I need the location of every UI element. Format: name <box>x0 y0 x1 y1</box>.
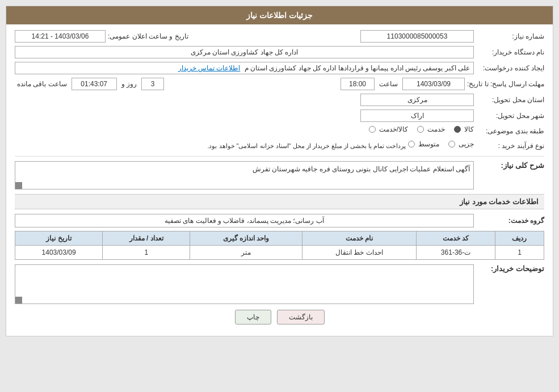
back-button[interactable]: بازگشت <box>277 310 325 324</box>
purchase-type-label: نوع فرآیند خرید : <box>476 142 544 150</box>
need-description-label: شرح کلی نیاز: <box>476 161 544 170</box>
col-date: تاریخ نیاز <box>15 231 103 246</box>
cell-service-code: ت-36-361 <box>417 246 495 260</box>
cell-unit: متر <box>190 246 302 260</box>
col-quantity: تعداد / مقدار <box>103 231 190 246</box>
table-row: 1 ت-36-361 احداث خط انتقال متر 1 1403/03… <box>15 246 544 260</box>
deadline-time: 18:00 <box>341 78 375 90</box>
creator-value: علی اکبر یوسفی رئیس اداره پیمانها و قرار… <box>15 62 474 74</box>
need-number-value: 1103000085000053 <box>360 30 474 43</box>
col-row-num: ردیف <box>495 231 544 246</box>
resize-handle[interactable] <box>15 182 22 189</box>
buyer-notes-label: توضیحات خریدار: <box>476 264 544 273</box>
need-description-box: آگهی استعلام عملیات اجرایی کانال بتونی ر… <box>15 161 474 189</box>
page-header: جزئیات اطلاعات نیاز <box>6 6 553 24</box>
contact-link[interactable]: اطلاعات تماس خریدار <box>178 64 241 72</box>
services-section-header: اطلاعات خدمات مورد نیاز <box>15 194 544 209</box>
buttons-row: بازگشت چاپ <box>15 310 544 324</box>
category-option-khedmat[interactable]: خدمت <box>417 125 445 133</box>
deadline-days-label: روز و <box>121 80 137 88</box>
purchase-type-motavasset[interactable]: متوسط <box>408 140 439 148</box>
category-options: کالا/خدمت خدمت کالا <box>369 125 474 133</box>
buyer-notes-resize-handle[interactable] <box>15 297 22 304</box>
announcement-date-value: 1403/03/06 - 14:21 <box>15 30 106 43</box>
service-group-value: آب رسانی؛ مدیریت پسماند، فاضلاب و فعالیت… <box>15 214 474 227</box>
print-button[interactable]: چاپ <box>235 310 271 324</box>
buyer-notes-box[interactable] <box>15 264 474 304</box>
services-table: ردیف کد خدمت نام خدمت واحد اندازه گیری ت… <box>15 231 544 260</box>
service-group-label: گروه خدمت: <box>476 217 544 225</box>
purchase-type-note: پرداخت تمام یا بخشی از مبلغ خریدار از مح… <box>15 142 406 150</box>
col-unit: واحد اندازه گیری <box>190 231 302 246</box>
cell-row-num: 1 <box>495 246 544 260</box>
cell-date: 1403/03/09 <box>15 246 103 260</box>
need-number-label: شماره نیاز: <box>476 32 544 40</box>
need-description-text: آگهی استعلام عملیات اجرایی کانال بتونی ر… <box>253 165 470 173</box>
province-value: مرکزی <box>360 94 474 106</box>
deadline-label: مهلت ارسال پاسخ: تا تاریخ: <box>467 80 544 88</box>
category-option-kala-khedmat[interactable]: کالا/خدمت <box>369 125 408 133</box>
buyer-org-label: نام دستگاه خریدار: <box>476 48 544 56</box>
deadline-remaining-label: ساعت باقی مانده <box>17 80 67 88</box>
category-option-kala[interactable]: کالا <box>454 125 474 133</box>
announcement-date-label: تاریخ و ساعت اعلان عمومی: <box>108 32 188 40</box>
deadline-remaining: 01:43:07 <box>72 78 117 90</box>
cell-service-name: احداث خط انتقال <box>302 246 416 260</box>
city-label: شهر محل تحویل: <box>476 112 544 120</box>
buyer-org-value: اداره کل جهاد کشاورزی استان مرکزی <box>15 46 474 58</box>
purchase-type-options: متوسط جزیی <box>408 140 474 148</box>
page-title: جزئیات اطلاعات نیاز <box>246 11 313 20</box>
creator-label: ایجاد کننده درخواست: <box>476 64 544 72</box>
deadline-days: 3 <box>141 78 164 90</box>
purchase-type-jozi[interactable]: جزیی <box>448 140 474 148</box>
city-value: اراک <box>360 109 474 122</box>
category-label: طبقه بندی موضوعی: <box>476 127 544 135</box>
cell-quantity: 1 <box>103 246 190 260</box>
deadline-time-label: ساعت <box>379 80 398 88</box>
province-label: استان محل تحویل: <box>476 96 544 104</box>
col-service-name: نام خدمت <box>302 231 416 246</box>
deadline-date: 1403/03/09 <box>402 78 465 90</box>
col-service-code: کد خدمت <box>417 231 495 246</box>
